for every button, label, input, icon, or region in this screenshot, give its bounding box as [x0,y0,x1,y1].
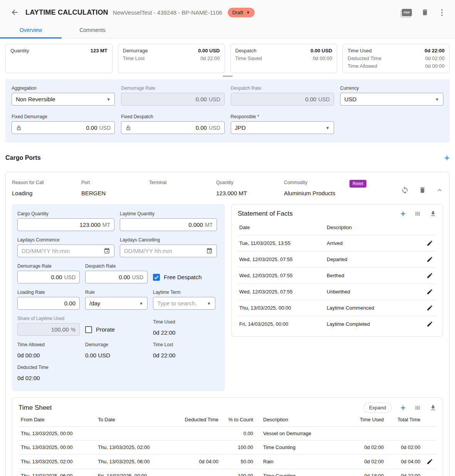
edit-row-button[interactable] [425,458,434,465]
card-demurrage: Demurrage0.00 USD Time Lost0d 22:00 [118,44,225,73]
loading-rate-input[interactable]: 0.00 [17,297,80,310]
lock-icon[interactable] [16,125,22,131]
pencil-icon [426,321,433,327]
lock-icon[interactable] [125,125,131,131]
collapse-port-button[interactable] [436,187,443,194]
download-icon [430,210,437,217]
cargo-quantity-field: Cargo Quantity 123.000MT [17,211,114,231]
currency-select[interactable]: USD▼ [340,93,443,106]
add-sof-row-button[interactable]: + [400,210,406,218]
pencil-icon [426,240,433,246]
page-subtitle: NewVesselTest - 439248 - BP-NAME-1106 [113,9,222,16]
laydays-cancelling-input[interactable]: DD/MM/YY hh:mm [120,245,217,257]
edit-row-button[interactable] [424,305,435,311]
card-value: 0.00 USD [198,47,220,55]
table-row: Wed, 12/03/2025, 07:55 Berthed [238,268,437,284]
demurrage-rate-input: 0.00USD [121,93,224,106]
chevron-down-icon: ▼ [106,97,111,102]
chevron-down-icon: ▼ [326,126,330,130]
delete-port-button[interactable] [419,186,426,194]
port-card: Reason for Call Loading Port BERGEN Term… [5,172,450,476]
tab-bar: Overview Comments [0,22,455,39]
laydays-commence-input[interactable]: DD/MM/YY hh:mm [17,245,114,257]
ts-col-description: Description [255,413,346,427]
laydays-cancelling-field: Laydays Cancelling DD/MM/YY hh:mm [120,237,217,257]
recalculate-button[interactable] [401,186,409,194]
laytime-term-select[interactable]: Type to search.▼ [153,297,215,310]
free-despatch-checkbox[interactable]: Free Despatch [153,271,201,283]
panel-resize-handle[interactable] [223,75,233,77]
edit-row-button[interactable] [424,321,435,327]
pencil-icon [426,458,433,465]
laytime-quantity-input[interactable]: 0.000MT [120,218,217,231]
reason-for-call: Reason for Call Loading [12,180,78,196]
timesheet-columns-button[interactable] [414,404,421,411]
sof-columns-button[interactable] [414,210,421,217]
edit-row-button[interactable] [424,272,435,279]
port-demurrage-rate-input[interactable]: 0.00USD [17,271,80,283]
responsible-select[interactable]: JPD▼ [231,121,334,134]
add-port-button[interactable]: + [444,154,450,162]
status-badge[interactable]: Draft ▼ [228,8,255,17]
edit-row-button[interactable] [424,288,435,295]
chevron-down-icon: ▼ [139,301,143,306]
chevron-down-icon: ▼ [246,10,250,15]
ts-col-deducted: Deducted Time [178,413,221,427]
time-used-stat: Time Used 0d 22:00 [153,319,215,336]
checkbox-checked-icon [153,274,160,281]
table-row: Thu, 13/03/2025, 00:00 0.00 Vessel on De… [18,427,437,441]
rule-field: Rule /day▼ [85,290,148,310]
edit-row-button[interactable] [424,240,435,246]
card-despatch: Despatch0.00 USD Time Saved0d 00:00 [230,44,337,73]
table-row: Thu, 13/03/2025, 00:00 Thu, 13/03/2025, … [18,441,437,454]
cargo-quantity-input[interactable]: 123.000MT [17,218,114,231]
fixed-despatch-label: Fixed Despatch [121,114,224,119]
calendar-icon[interactable] [206,248,213,254]
status-label: Draft [232,10,243,15]
pencil-icon [426,305,433,311]
fixed-demurrage-label: Fixed Demurrage [12,114,115,119]
calendar-icon[interactable] [104,248,110,254]
tab-overview[interactable]: Overview [0,22,62,38]
port-despatch-rate-input[interactable]: 0.00USD [85,271,148,283]
table-row: Thu, 13/03/2025, 00:00 Laytime Commenced [238,300,437,316]
card-quantity: Quantity123 MT [5,44,112,73]
aggregation-select[interactable]: Non Reversible▼ [12,93,115,106]
sof-table: Date Description Tue, 11/03/2025, 13:55 … [238,219,437,332]
ts-col-from: From Date [18,413,96,427]
pencil-icon [426,288,433,295]
timesheet-download-button[interactable] [430,404,437,411]
laytime-quantity-field: Laytime Quantity 0.000MT [120,211,217,231]
fixed-demurrage-input[interactable]: 0.00USD [12,121,115,134]
rule-select[interactable]: /day▼ [85,297,148,310]
add-timesheet-row-button[interactable]: + [400,404,406,412]
trash-icon [419,186,426,194]
despatch-rate-label: Despatch Rate [231,85,334,91]
laydays-commence-field: Laydays Commence DD/MM/YY hh:mm [17,237,114,257]
export-pdf-button[interactable]: PDF [402,9,412,16]
deducted-time-stat: Deducted Time 0d 02:00 [17,365,80,381]
laytime-term-field: Laytime Term Type to search.▼ [153,290,215,310]
share-of-laytime-input: 100.00% [17,323,80,336]
card-value: 0d 22:00 [200,55,220,62]
responsible-field: Responsible * JPD▼ [231,114,334,134]
pencil-icon [426,256,433,263]
delete-button[interactable] [421,8,429,16]
chevron-down-icon: ▼ [435,97,439,102]
trash-icon [421,8,429,16]
card-value: 0d 22:00 [425,47,445,55]
back-button[interactable] [9,7,20,18]
ts-col-used: Time Used [346,413,386,427]
demurrage-rate-field: Demurrage Rate 0.00USD [121,85,224,106]
expand-button[interactable]: Expand [363,402,392,413]
sof-download-button[interactable] [430,210,437,217]
tab-comments[interactable]: Comments [62,22,123,38]
more-menu-button[interactable]: ⋮ [438,8,446,17]
relet-badge: Relet [349,180,366,188]
fixed-despatch-input[interactable]: 0.00USD [121,121,224,134]
top-bar: LAYTIME CALCULATION NewVesselTest - 4392… [0,0,455,39]
prorate-checkbox[interactable]: Prorate [85,323,148,336]
aggregation-label: Aggregation [12,85,115,91]
edit-row-button[interactable] [424,256,435,263]
card-label: Time Allowed [348,62,377,70]
